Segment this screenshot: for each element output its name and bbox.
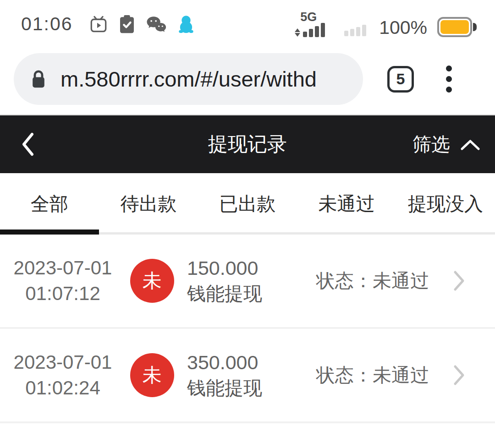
chevron-right-icon[interactable] (453, 270, 466, 292)
notification-icons (89, 15, 194, 33)
tab-rejected[interactable]: 未通过 (297, 173, 396, 235)
page-title: 提现记录 (208, 131, 287, 158)
tab-pending[interactable]: 待出款 (99, 173, 198, 235)
status-filter-tabs: 全部 待出款 已出款 未通过 提现没入 (0, 173, 495, 235)
record-date: 2023-07-01 (6, 350, 120, 375)
wechat-icon (146, 16, 166, 33)
status-badge: 未 (130, 259, 174, 303)
signal-5g-icon: 5G (295, 11, 325, 37)
status-badge: 未 (130, 353, 174, 397)
withdrawal-record[interactable]: 2023-07-01 01:02:24 未 350.000 钱能提现 状态：未通… (0, 329, 495, 423)
record-method: 钱能提现 (187, 281, 262, 306)
url-text[interactable]: m.580rrrr.com/#/user/withd (60, 66, 351, 92)
page-header: 提现记录 筛选 (0, 115, 495, 173)
video-app-icon (89, 16, 108, 33)
data-updown-arrows-icon (295, 28, 300, 37)
battery-fill (440, 20, 469, 34)
tab-paid[interactable]: 已出款 (198, 173, 297, 235)
browser-menu-icon[interactable] (443, 63, 455, 95)
tab-all[interactable]: 全部 (0, 173, 99, 235)
record-amount-block: 350.000 钱能提现 (187, 350, 262, 401)
record-status: 状态：未通过 (316, 363, 429, 388)
filter-toggle[interactable]: 筛选 (412, 132, 480, 157)
tasks-icon (119, 15, 135, 33)
status-time: 01:06 (21, 13, 73, 35)
withdrawal-record-list: 2023-07-01 01:07:12 未 150.000 钱能提现 状态：未通… (0, 235, 495, 423)
battery-icon (437, 17, 477, 37)
qq-icon (178, 15, 194, 33)
withdrawal-record[interactable]: 2023-07-01 01:07:12 未 150.000 钱能提现 状态：未通… (0, 235, 495, 329)
chevron-up-icon (460, 134, 480, 155)
record-method: 钱能提现 (187, 375, 262, 401)
url-omnibox[interactable]: m.580rrrr.com/#/user/withd (14, 53, 363, 105)
record-amount-block: 150.000 钱能提现 (187, 255, 262, 306)
chevron-right-icon[interactable] (453, 364, 466, 386)
filter-label: 筛选 (412, 132, 450, 157)
record-datetime: 2023-07-01 01:02:24 (6, 350, 120, 401)
battery-percent-label: 100% (379, 18, 427, 37)
signal-bars-secondary-icon (344, 25, 366, 36)
record-amount: 350.000 (187, 350, 262, 375)
browser-toolbar: m.580rrrr.com/#/user/withd 5 (0, 44, 495, 115)
record-time: 01:07:12 (6, 281, 120, 306)
back-chevron-icon[interactable] (18, 130, 38, 159)
network-type-label: 5G (300, 11, 317, 23)
record-datetime: 2023-07-01 01:07:12 (6, 255, 120, 306)
tab-not-received[interactable]: 提现没入 (396, 173, 495, 235)
status-bar: 01:06 (0, 0, 495, 44)
status-indicators: 5G 100% (295, 11, 477, 37)
lock-icon[interactable] (30, 70, 47, 89)
record-time: 01:02:24 (6, 375, 120, 401)
tab-counter-button[interactable]: 5 (387, 66, 414, 93)
signal-bars-icon (303, 23, 325, 37)
record-date: 2023-07-01 (6, 255, 120, 281)
record-status: 状态：未通过 (316, 268, 429, 294)
record-amount: 150.000 (187, 255, 262, 281)
